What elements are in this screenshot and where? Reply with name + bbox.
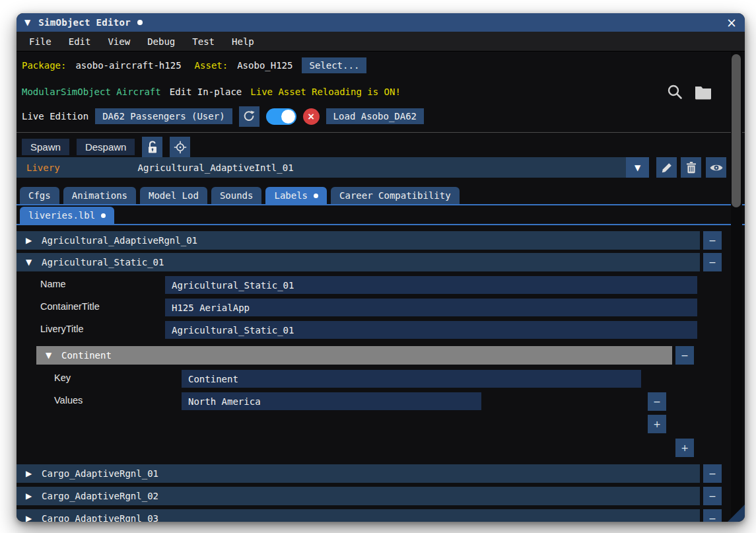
tab-bar: Cfgs Animations Model Lod Sounds Labels … xyxy=(20,187,460,204)
livery-label: Livery xyxy=(26,162,60,173)
entry-header-cargo-adaptivergnl-02[interactable]: ▶ Cargo_AdaptiveRgnl_02 xyxy=(17,487,700,505)
add-value-button[interactable]: + xyxy=(648,415,666,433)
lock-button[interactable] xyxy=(142,137,162,157)
spawn-row: Spawn Despawn xyxy=(22,137,190,157)
live-reload-status-text: Live Asset Reloading is ON! xyxy=(250,87,401,97)
entry-title: Agricultural_Static_01 xyxy=(42,257,164,267)
subsection-title: Continent xyxy=(61,350,112,361)
tab-label: Cfgs xyxy=(28,190,51,201)
livery-title-input[interactable]: Agricultural_Static_01 xyxy=(165,321,697,339)
livery-dropdown-button[interactable]: ▼ xyxy=(626,157,649,178)
menu-file[interactable]: File xyxy=(20,34,60,50)
tab-model-lod[interactable]: Model Lod xyxy=(140,187,207,204)
key-label: Key xyxy=(54,373,71,383)
remove-entry-button[interactable]: − xyxy=(703,464,722,483)
tab-label: Animations xyxy=(72,190,127,201)
tab-labels[interactable]: Labels xyxy=(265,187,327,204)
scrollbar-thumb[interactable] xyxy=(732,54,741,207)
livery-title-label: LiveryTitle xyxy=(40,324,84,334)
container-title-input[interactable]: H125 AerialApp xyxy=(165,299,697,316)
title-bar: ▼ SimObject Editor × xyxy=(17,13,745,32)
unlock-icon xyxy=(147,141,158,154)
revert-button[interactable] xyxy=(239,106,259,127)
remove-entry-button[interactable]: − xyxy=(703,487,722,505)
refresh-icon xyxy=(242,110,256,123)
remove-entry-button[interactable]: − xyxy=(703,253,722,271)
chevron-down-icon: ▼ xyxy=(46,351,61,360)
remove-entry-button[interactable]: − xyxy=(703,231,722,250)
entry-title: Cargo_AdaptiveRgnl_02 xyxy=(42,491,158,501)
asset-value: Asobo_H125 xyxy=(237,60,292,71)
menu-test[interactable]: Test xyxy=(184,34,223,50)
tab-liveries-lbl[interactable]: liveries.lbl xyxy=(20,207,114,224)
tab-label: Career Compatibility xyxy=(339,190,451,201)
simobject-editor-window: ▼ SimObject Editor × File Edit View Debu… xyxy=(17,13,745,522)
tab-career-compatibility[interactable]: Career Compatibility xyxy=(331,187,460,204)
chevron-right-icon: ▶ xyxy=(26,514,42,522)
asset-label: Asset: xyxy=(195,60,228,71)
tab-sounds[interactable]: Sounds xyxy=(211,187,262,204)
pencil-icon xyxy=(661,162,673,174)
remove-entry-button[interactable]: − xyxy=(703,509,722,522)
remove-value-button[interactable]: − xyxy=(648,392,666,411)
spawn-button[interactable]: Spawn xyxy=(22,139,69,155)
name-input[interactable]: Agricultural_Static_01 xyxy=(165,276,697,294)
livery-value: Agricultural_AdaptiveIntl_01 xyxy=(138,162,294,173)
container-title-label: ContainerTitle xyxy=(40,301,100,312)
toggle-knob xyxy=(281,110,295,124)
close-icon[interactable]: × xyxy=(726,17,737,29)
search-icon[interactable] xyxy=(666,83,683,100)
key-input[interactable]: Continent xyxy=(182,370,641,388)
info-row: ModularSimObject Aircraft Edit In-place … xyxy=(22,83,401,101)
tab-animations[interactable]: Animations xyxy=(63,187,136,204)
values-input[interactable]: North America xyxy=(182,392,481,410)
error-badge-icon[interactable]: × xyxy=(303,108,320,125)
livery-selector[interactable]: Livery Agricultural_AdaptiveIntl_01 ▼ xyxy=(17,157,649,178)
eye-icon xyxy=(709,162,724,173)
menu-bar: File Edit View Debug Test Help xyxy=(17,32,745,52)
trash-icon xyxy=(685,161,697,174)
entry-header-agricultural-static-01[interactable]: ▼ Agricultural_Static_01 xyxy=(17,253,700,271)
tab-cfgs[interactable]: Cfgs xyxy=(20,187,59,204)
header-tools xyxy=(666,83,712,100)
entry-header-cargo-adaptivergnl-01[interactable]: ▶ Cargo_AdaptiveRgnl_01 xyxy=(17,464,700,483)
remove-subsection-button[interactable]: − xyxy=(675,346,694,365)
livery-delete-button[interactable] xyxy=(681,157,701,178)
entry-title: Cargo_AdaptiveRgnl_03 xyxy=(42,513,158,522)
despawn-button[interactable]: Despawn xyxy=(77,139,135,155)
crosshair-icon xyxy=(174,141,187,154)
add-subsection-button[interactable]: + xyxy=(675,439,694,457)
file-tab-underline xyxy=(17,224,745,225)
package-row: Package: asobo-aircraft-h125 Asset: Asob… xyxy=(22,55,366,75)
menu-edit[interactable]: Edit xyxy=(60,34,100,50)
load-asobo-da62-button[interactable]: Load Asobo_DA62 xyxy=(326,108,424,124)
chevron-down-icon: ▼ xyxy=(635,163,640,172)
livery-visibility-button[interactable] xyxy=(706,157,726,178)
entry-header-cargo-adaptivergnl-03[interactable]: ▶ Cargo_AdaptiveRgnl_03 xyxy=(17,509,700,522)
window-collapse-icon[interactable]: ▼ xyxy=(24,18,30,27)
scrollbar-track[interactable] xyxy=(731,52,742,518)
select-asset-button[interactable]: Select... xyxy=(302,57,366,73)
tab-label: Sounds xyxy=(220,190,254,201)
menu-view[interactable]: View xyxy=(99,34,139,50)
chevron-right-icon: ▶ xyxy=(26,491,42,501)
livery-edit-button[interactable] xyxy=(656,157,677,178)
chevron-down-icon: ▼ xyxy=(26,258,42,267)
locate-button[interactable] xyxy=(170,137,190,157)
chevron-right-icon: ▶ xyxy=(26,469,42,478)
entry-title: Cargo_AdaptiveRgnl_01 xyxy=(42,468,158,479)
entry-header-agricultural-adaptivergnl-01[interactable]: ▶ Agricultural_AdaptiveRgnl_01 xyxy=(17,231,700,250)
tab-underline xyxy=(17,204,745,205)
menu-help[interactable]: Help xyxy=(223,34,263,50)
resize-grip[interactable] xyxy=(728,505,745,522)
divider-line xyxy=(17,132,745,133)
menu-debug[interactable]: Debug xyxy=(139,34,184,50)
modified-dot-icon xyxy=(314,194,318,198)
chevron-right-icon: ▶ xyxy=(26,236,42,245)
tab-label: liveries.lbl xyxy=(28,210,95,221)
edition-button[interactable]: DA62 Passengers (User) xyxy=(95,108,232,124)
live-edition-toggle[interactable] xyxy=(266,108,296,125)
subsection-header-continent[interactable]: ▼ Continent xyxy=(36,346,672,365)
folder-icon[interactable] xyxy=(694,84,712,100)
window-title: SimObject Editor xyxy=(38,17,131,28)
